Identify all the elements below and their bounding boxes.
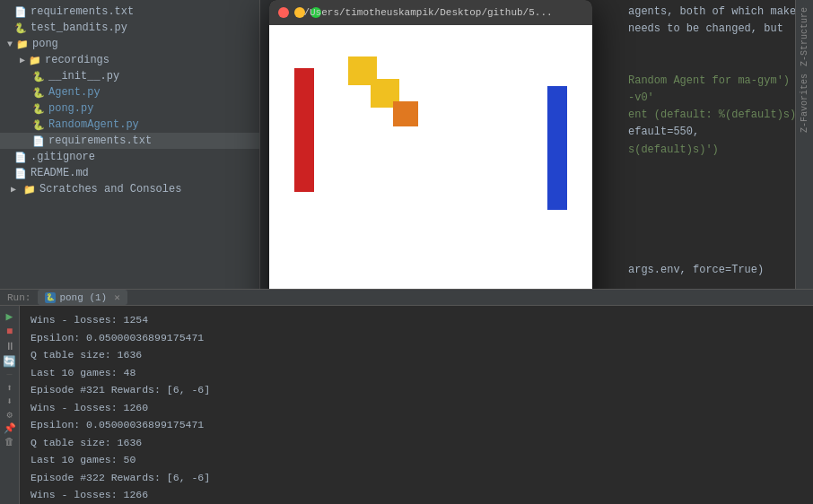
folder-label: recordings: [45, 54, 109, 66]
code-line: Random Agent for ma-gym'): [628, 73, 795, 90]
file-item-test-bandits[interactable]: 🐍 test_bandits.py: [0, 20, 259, 36]
file-label: pong.py: [48, 102, 93, 115]
run-tab[interactable]: 🐍 pong (1) ✕: [38, 290, 127, 305]
window-title: /Users/timotheuskampik/Desktop/github/5.…: [273, 7, 583, 18]
run-tab-bar: Run: 🐍 pong (1) ✕: [0, 290, 813, 306]
python-icon: 🐍: [14, 22, 27, 34]
python-icon: 🐍: [45, 292, 56, 303]
pin-icon[interactable]: 📌: [4, 422, 16, 434]
pong-window[interactable]: /Users/timotheuskampik/Desktop/github/5.…: [269, 0, 592, 289]
code-line: agents, both of which make: [628, 4, 795, 21]
code-line: efault=550,: [628, 124, 795, 141]
file-label: requirements.txt: [31, 5, 134, 18]
bottom-panel: Run: 🐍 pong (1) ✕ ▶ ■ ⏸ 🔄 ─ ⬆ ⬇ ⚙ 📌 🗑 Wi…: [0, 289, 813, 504]
folder-label: pong: [32, 38, 58, 50]
code-line: [628, 210, 795, 227]
code-line: [628, 193, 795, 210]
pong-canvas: [269, 25, 592, 289]
pause-icon[interactable]: ⏸: [4, 340, 15, 353]
close-tab-icon[interactable]: ✕: [114, 291, 120, 303]
expand-arrow: ▼: [4, 39, 16, 49]
run-label: Run:: [7, 292, 31, 303]
code-line: needs to be changed, but: [628, 21, 795, 38]
console-line: Epsilon: 0.05000036899175471: [31, 416, 802, 434]
python-icon: 🐍: [32, 103, 45, 115]
stop-icon[interactable]: ■: [6, 326, 13, 338]
code-line: s(default)s)'): [628, 142, 795, 159]
folder-item-pong[interactable]: ▼ 📁 pong: [0, 36, 259, 52]
console-line: Q table size: 1636: [31, 346, 802, 364]
file-icon: 📄: [32, 135, 45, 147]
file-item-requirements[interactable]: 📄 requirements.txt: [0, 133, 259, 149]
sidebar: 📄 requirements.txt 🐍 test_bandits.py ▼ 📁…: [0, 0, 260, 289]
file-item-agent[interactable]: 🐍 Agent.py: [0, 84, 259, 100]
console-line: Wins - losses: 1260: [31, 399, 802, 417]
file-item-readme[interactable]: 📄 README.md: [0, 165, 259, 181]
file-item-random-agent[interactable]: 🐍 RandomAgent.py: [0, 117, 259, 133]
file-label: .gitignore: [31, 151, 95, 163]
console-line: Wins - losses: 1254: [31, 311, 802, 329]
code-line: [628, 38, 795, 55]
trash-icon[interactable]: 🗑: [4, 436, 14, 448]
file-tree: 📄 requirements.txt 🐍 test_bandits.py ▼ 📁…: [0, 0, 259, 289]
file-label: test_bandits.py: [31, 22, 127, 34]
console-line: Episode #322 Rewards: [6, -6]: [31, 469, 802, 487]
settings-icon[interactable]: ⚙: [6, 409, 13, 421]
console-line: Last 10 games: 48: [31, 364, 802, 382]
file-label: Agent.py: [48, 86, 101, 99]
right-paddle: [547, 86, 567, 210]
code-line: [628, 176, 795, 193]
content-area: 9 10 11 12 13 14 15 16 17 18 19 20 21 22…: [260, 0, 795, 289]
file-label: README.md: [31, 167, 89, 179]
scratches-icon: 📁: [23, 184, 36, 196]
code-line: ent (default: %(default)s)': [628, 107, 795, 124]
file-label: __init__.py: [48, 70, 119, 83]
main-area: 📄 requirements.txt 🐍 test_bandits.py ▼ 📁…: [0, 0, 813, 289]
console-line: Q table size: 1636: [31, 434, 802, 452]
file-item-init[interactable]: 🐍 __init__.py: [0, 68, 259, 84]
file-item-pong-py[interactable]: 🐍 pong.py: [0, 100, 259, 117]
code-line: [628, 159, 795, 176]
scroll-up-icon[interactable]: ⬆: [6, 382, 13, 394]
python-icon: 🐍: [32, 87, 45, 99]
folder-item-recordings[interactable]: ▶ 📁 recordings: [0, 52, 259, 68]
panel-content: ▶ ■ ⏸ 🔄 ─ ⬆ ⬇ ⚙ 📌 🗑 Wins - losses: 1254 …: [0, 306, 813, 504]
expand-arrow: ▶: [16, 55, 29, 65]
code-line: [628, 279, 795, 289]
code-line: -v0': [628, 90, 795, 107]
pong-titlebar: /Users/timotheuskampik/Desktop/github/5.…: [269, 0, 592, 25]
console-line: Episode #321 Rewards: [6, -6]: [31, 381, 802, 399]
folder-icon: 📁: [16, 39, 29, 50]
file-item-gitignore[interactable]: 📄 .gitignore: [0, 149, 259, 165]
python-icon: 🐍: [32, 71, 45, 83]
file-icon: 📄: [14, 6, 27, 18]
z-favorites-label[interactable]: Z-Favorites: [800, 74, 809, 133]
expand-arrow: ▶: [7, 184, 20, 195]
rerun-icon[interactable]: 🔄: [3, 355, 16, 369]
file-label: RandomAgent.py: [48, 118, 139, 131]
scroll-down-icon[interactable]: ⬇: [6, 395, 13, 407]
folder-icon: 📁: [29, 55, 41, 66]
ball-3: [393, 101, 418, 126]
console-output: Wins - losses: 1254 Epsilon: 0.050000368…: [20, 306, 813, 504]
right-panel-strip: Z-Structure Z-Favorites: [795, 0, 813, 289]
code-line: [628, 56, 795, 73]
scratches-label: Scratches and Consoles: [39, 183, 181, 196]
code-line: [628, 227, 795, 244]
file-icon: 📄: [14, 152, 27, 163]
scratches-item[interactable]: ▶ 📁 Scratches and Consoles: [0, 181, 259, 197]
console-line: Epsilon: 0.05000036899175471: [31, 329, 802, 347]
console-line: Wins - losses: 1266: [31, 486, 802, 504]
run-tab-label: pong (1): [59, 292, 107, 303]
python-icon: 🐍: [32, 119, 45, 131]
code-line: args.env, force=True): [628, 262, 795, 279]
file-icon: 📄: [14, 168, 27, 179]
file-label: requirements.txt: [48, 135, 152, 147]
console-line: Last 10 games: 50: [31, 451, 802, 469]
run-icon[interactable]: ▶: [6, 309, 13, 324]
z-structure-label[interactable]: Z-Structure: [800, 7, 809, 66]
code-line: [628, 245, 795, 262]
left-paddle: [294, 68, 314, 192]
file-item-requirements-top[interactable]: 📄 requirements.txt: [0, 4, 259, 20]
